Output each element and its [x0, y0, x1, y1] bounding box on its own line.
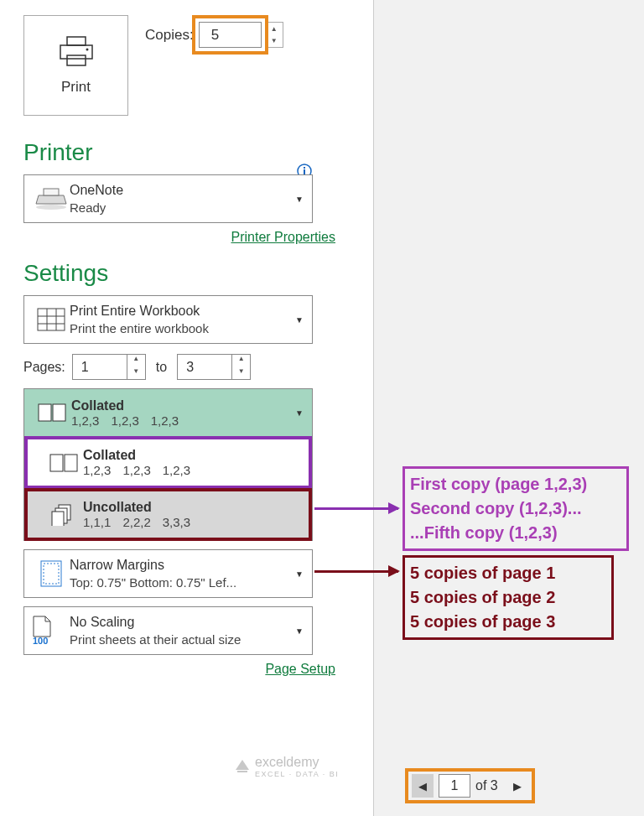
- collation-selected-title: Collated: [71, 398, 190, 413]
- svg-rect-2: [67, 55, 86, 65]
- page-count-label: of 3: [475, 778, 498, 793]
- chevron-down-icon: ▼: [295, 569, 304, 579]
- margins-icon: [40, 560, 62, 587]
- copies-input[interactable]: 5: [199, 22, 262, 48]
- spinner-down-icon[interactable]: ▼: [127, 367, 145, 380]
- scope-subtitle: Print the entire workbook: [70, 320, 295, 337]
- svg-point-3: [86, 49, 88, 51]
- uncoll-opt-pattern: 1,1,12,2,23,3,3: [83, 515, 202, 529]
- svg-rect-17: [65, 455, 77, 471]
- chevron-down-icon: ▼: [295, 315, 304, 325]
- svg-marker-23: [236, 760, 249, 770]
- collation-selected-pattern: 1,2,31,2,31,2,3: [71, 413, 190, 428]
- copies-spinner[interactable]: ▲ ▼: [265, 22, 283, 48]
- printer-name: OneNote: [70, 181, 295, 200]
- spinner-down-icon[interactable]: ▼: [266, 35, 283, 48]
- prev-page-button[interactable]: ◀: [412, 774, 434, 798]
- svg-rect-16: [50, 455, 63, 471]
- printer-icon: [57, 35, 96, 69]
- page-icon: [33, 616, 51, 637]
- arrow-uncollated: [314, 570, 398, 573]
- pages-to-input[interactable]: 3 ▲▼: [177, 354, 251, 380]
- pages-label: Pages:: [23, 360, 65, 375]
- scope-title: Print Entire Workbook: [70, 302, 295, 320]
- svg-rect-24: [237, 771, 247, 772]
- copies-label: Copies:: [145, 27, 194, 44]
- printer-heading: Printer: [23, 139, 353, 166]
- svg-rect-20: [52, 512, 64, 526]
- pages-to-value: 3: [186, 360, 194, 375]
- page-setup-link[interactable]: Page Setup: [265, 662, 335, 676]
- svg-rect-15: [53, 404, 65, 421]
- print-scope-dropdown[interactable]: Print Entire Workbook Print the entire w…: [23, 295, 313, 344]
- settings-heading: Settings: [23, 260, 353, 287]
- pages-from-value: 1: [81, 360, 89, 375]
- pages-from-input[interactable]: 1 ▲▼: [72, 354, 146, 380]
- printer-device-icon: [35, 187, 67, 210]
- collated-icon: [49, 454, 78, 472]
- margins-title: Narrow Margins: [70, 556, 295, 574]
- uncollated-icon: [51, 504, 76, 526]
- svg-rect-21: [41, 561, 61, 586]
- collation-option-uncollated[interactable]: Uncollated 1,1,12,2,23,3,3: [23, 489, 313, 541]
- svg-rect-7: [44, 189, 59, 195]
- watermark-logo-icon: [235, 759, 250, 774]
- svg-rect-9: [38, 309, 65, 330]
- pages-to-label: to: [156, 360, 167, 375]
- copies-value: 5: [211, 27, 219, 44]
- svg-rect-0: [67, 37, 86, 45]
- workbook-icon: [37, 308, 65, 331]
- spinner-up-icon[interactable]: ▲: [232, 355, 250, 367]
- current-page-input[interactable]: 1: [439, 774, 470, 798]
- margins-dropdown[interactable]: Narrow Margins Top: 0.75" Bottom: 0.75" …: [23, 549, 313, 598]
- scaling-dropdown[interactable]: 100 No Scaling Print sheets at their act…: [23, 606, 313, 655]
- margins-subtitle: Top: 0.75" Bottom: 0.75" Lef...: [70, 574, 295, 591]
- collated-icon: [38, 403, 66, 422]
- print-button[interactable]: Print: [23, 15, 128, 116]
- spinner-up-icon[interactable]: ▲: [127, 355, 145, 367]
- svg-rect-1: [60, 45, 92, 59]
- chevron-down-icon: ▼: [295, 195, 304, 204]
- arrow-collated: [314, 507, 398, 510]
- annotation-collated: First copy (page 1,2,3) Second copy (1,2…: [402, 466, 629, 551]
- annotation-uncollated: 5 copies of page 1 5 copies of page 2 5 …: [402, 555, 614, 640]
- svg-rect-5: [304, 167, 305, 169]
- spinner-down-icon[interactable]: ▼: [232, 367, 250, 380]
- svg-point-8: [36, 205, 66, 210]
- printer-dropdown[interactable]: OneNote Ready ▼: [23, 174, 313, 223]
- coll-opt-title: Collated: [83, 448, 202, 463]
- svg-rect-14: [39, 404, 51, 421]
- spinner-up-icon[interactable]: ▲: [266, 23, 283, 35]
- printer-properties-link[interactable]: Printer Properties: [231, 230, 336, 244]
- watermark: exceldemy EXCEL · DATA · BI: [235, 755, 339, 778]
- collation-option-collated[interactable]: Collated 1,2,31,2,31,2,3: [23, 437, 313, 489]
- scaling-percent: 100: [33, 636, 48, 646]
- printer-status: Ready: [70, 200, 295, 216]
- print-button-label: Print: [61, 79, 91, 96]
- chevron-down-icon: ▼: [295, 408, 304, 418]
- next-page-button[interactable]: ▶: [506, 774, 528, 798]
- chevron-down-icon: ▼: [295, 626, 304, 636]
- scaling-title: No Scaling: [70, 613, 295, 631]
- collation-dropdown[interactable]: Collated 1,2,31,2,31,2,3 ▼: [23, 388, 313, 437]
- scaling-subtitle: Print sheets at their actual size: [70, 631, 295, 648]
- uncoll-opt-title: Uncollated: [83, 500, 202, 515]
- coll-opt-pattern: 1,2,31,2,31,2,3: [83, 463, 202, 477]
